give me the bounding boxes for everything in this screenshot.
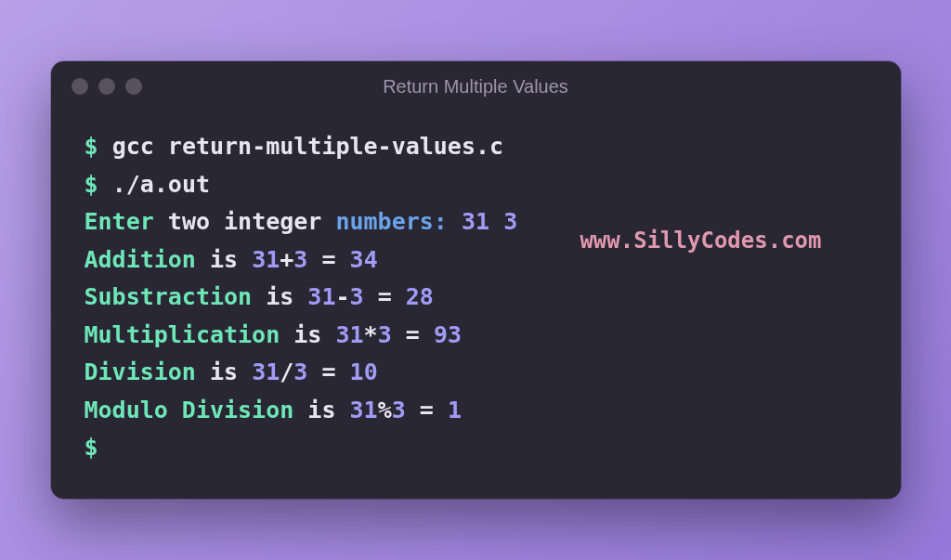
subtraction-result: 28 bbox=[406, 283, 434, 310]
prompt-symbol: $ bbox=[85, 133, 98, 160]
prompt-symbol: $ bbox=[85, 171, 98, 198]
window-title: Return Multiple Values bbox=[70, 76, 882, 98]
minimize-icon[interactable] bbox=[98, 78, 115, 95]
close-icon[interactable] bbox=[72, 78, 88, 95]
multiplication-line: Multiplication is 31*3 = 93 bbox=[85, 317, 867, 355]
run-command: ./a.out bbox=[112, 171, 210, 198]
divide-operator: / bbox=[280, 358, 293, 385]
two-word: two bbox=[168, 208, 210, 235]
subtraction-line: Substraction is 31-3 = 28 bbox=[85, 279, 867, 317]
prompt-symbol: $ bbox=[85, 434, 98, 461]
compile-command: gcc return-multiple-values.c bbox=[112, 133, 503, 160]
maximize-icon[interactable] bbox=[125, 78, 142, 95]
minus-operator: - bbox=[335, 283, 349, 310]
terminal-window: Return Multiple Values www.SillyCodes.co… bbox=[51, 61, 901, 499]
subtraction-label: Substraction bbox=[85, 283, 253, 310]
input-value-2: 3 bbox=[503, 208, 517, 235]
integer-word: integer bbox=[224, 208, 321, 235]
enter-word: Enter bbox=[85, 208, 154, 235]
plus-operator: + bbox=[280, 246, 293, 273]
multiplication-result: 93 bbox=[434, 321, 462, 348]
modulo-operator: % bbox=[378, 397, 392, 423]
addition-label: Addition bbox=[85, 246, 196, 273]
division-label: Division bbox=[85, 358, 196, 385]
multiply-operator: * bbox=[364, 321, 378, 348]
modulo-line: Modulo Division is 31%3 = 1 bbox=[85, 392, 867, 430]
command-line-run: $ ./a.out bbox=[85, 166, 867, 204]
modulo-label: Modulo Division bbox=[85, 397, 294, 423]
empty-prompt-line: $ bbox=[85, 429, 867, 467]
division-line: Division is 31/3 = 10 bbox=[85, 354, 867, 392]
terminal-body[interactable]: www.SillyCodes.com $ gcc return-multiple… bbox=[51, 111, 901, 499]
command-line-compile: $ gcc return-multiple-values.c bbox=[85, 128, 867, 166]
traffic-lights bbox=[72, 78, 142, 95]
numbers-word: numbers: bbox=[335, 208, 447, 235]
modulo-result: 1 bbox=[448, 397, 462, 423]
input-value-1: 31 bbox=[462, 208, 489, 235]
addition-result: 34 bbox=[350, 246, 378, 273]
division-result: 10 bbox=[350, 358, 378, 385]
titlebar: Return Multiple Values bbox=[51, 61, 901, 111]
multiplication-label: Multiplication bbox=[85, 321, 280, 348]
watermark: www.SillyCodes.com bbox=[580, 223, 821, 259]
